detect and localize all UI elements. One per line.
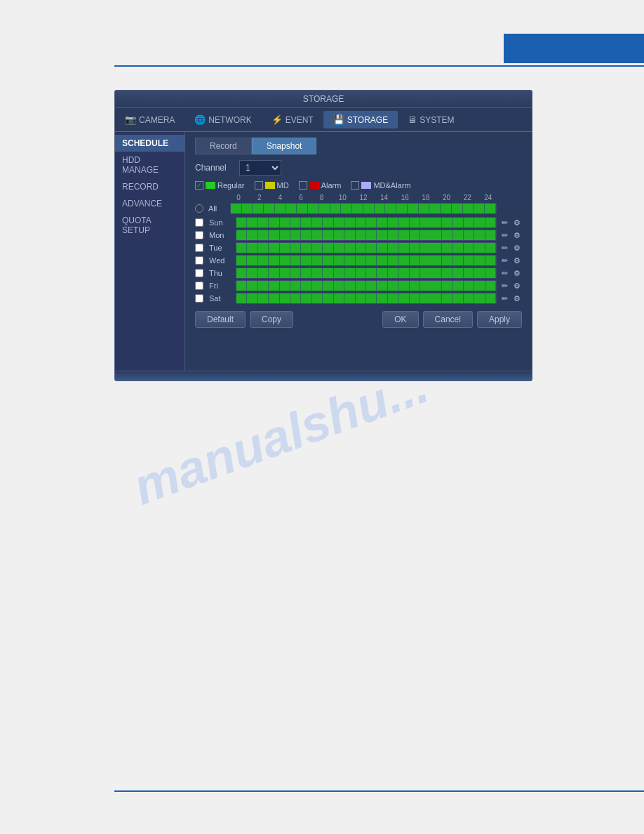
mon-row-actions: ✏ ⚙ [497,230,522,240]
legend-md-checkbox[interactable] [255,181,263,190]
nav-tabs: 📷 CAMERA 🌐 NETWORK ⚡ EVENT 💾 STORAGE 🖥 S… [115,108,532,132]
thu-label: Thu [209,269,236,277]
copy-button[interactable]: Copy [250,311,293,328]
network-icon: 🌐 [194,114,206,125]
legend-md-label: MD [277,181,289,190]
time-2: 2 [253,194,267,201]
time-ruler: 0 2 4 6 8 10 12 14 16 18 20 22 24 [195,194,522,201]
sun-checkbox[interactable] [195,218,203,227]
mon-edit-btn[interactable]: ✏ [499,230,509,240]
legend-regular-label: Regular [217,181,245,190]
top-accent-bar [504,34,644,63]
all-row-label: All [195,204,230,213]
sun-row-actions: ✏ ⚙ [497,218,522,227]
tue-settings-btn[interactable]: ⚙ [512,243,522,253]
legend-regular-color [206,182,215,189]
sun-bar-fill [236,218,496,227]
sidebar-item-advance[interactable]: ADVANCE [115,195,185,212]
sat-edit-btn[interactable]: ✏ [499,293,509,303]
fri-time-bar[interactable] [236,280,497,291]
mon-checkbox[interactable] [195,231,203,239]
schedule-row-thu: Thu ✏ ⚙ [195,267,522,279]
schedule-row-sun: Sun ✏ ⚙ [195,217,522,228]
thu-row-actions: ✏ ⚙ [497,268,522,278]
tab-storage-label: STORAGE [347,115,388,125]
main-content: Record Snapshot Channel 1 2 3 4 [185,132,532,371]
thu-edit-btn[interactable]: ✏ [499,268,509,278]
sat-row-label: Sat [195,294,236,303]
legend-alarm-checkbox[interactable] [299,181,307,190]
sidebar-item-record[interactable]: RECORD [115,178,185,195]
event-icon: ⚡ [271,114,283,125]
ok-button[interactable]: OK [382,311,418,328]
mon-time-bar[interactable] [236,230,497,241]
channel-label: Channel [195,163,234,173]
dialog-title: STORAGE [115,91,532,108]
time-labels: 0 2 4 6 8 10 12 14 16 18 20 22 24 [230,194,497,201]
sidebar-item-schedule[interactable]: SCHEDULE [115,135,185,152]
fri-checkbox[interactable] [195,282,203,290]
sidebar-item-quota-setup[interactable]: QUOTA SETUP [115,212,185,239]
top-divider [114,65,644,67]
schedule-row-fri: Fri ✏ ⚙ [195,280,522,291]
tue-time-bar[interactable] [236,242,497,253]
tab-camera-label: CAMERA [139,115,175,125]
wed-edit-btn[interactable]: ✏ [499,256,509,265]
legend-regular: Regular [195,181,245,190]
sat-settings-btn[interactable]: ⚙ [512,293,522,303]
tab-event-label: EVENT [286,115,314,125]
subtab-snapshot[interactable]: Snapshot [252,138,317,154]
tab-event[interactable]: ⚡ EVENT [262,111,323,128]
time-22: 22 [460,194,474,201]
sun-settings-btn[interactable]: ⚙ [512,218,522,227]
channel-select[interactable]: 1 2 3 4 [239,160,281,176]
mon-settings-btn[interactable]: ⚙ [512,230,522,240]
default-button[interactable]: Default [195,311,246,328]
sun-time-bar[interactable] [236,217,497,228]
cancel-button[interactable]: Cancel [423,311,473,328]
legend-alarm-label: Alarm [321,181,342,190]
all-radio[interactable] [195,204,203,213]
thu-time-bar[interactable] [236,267,497,279]
legend-md-alarm: MD&Alarm [351,181,410,190]
sat-time-bar[interactable] [236,293,497,304]
sat-checkbox[interactable] [195,294,203,303]
legend-regular-checkbox[interactable] [195,181,203,190]
fri-settings-btn[interactable]: ⚙ [512,281,522,291]
thu-row-label: Thu [195,269,236,277]
sidebar: SCHEDULE HDD MANAGE RECORD ADVANCE QUOTA… [115,132,185,371]
storage-icon: 💾 [333,114,344,125]
legend-md-color [265,182,275,189]
tab-system[interactable]: 🖥 SYSTEM [398,111,464,128]
sidebar-item-hdd-manage[interactable]: HDD MANAGE [115,152,185,178]
bottom-buttons: Default Copy OK Cancel Apply [195,311,522,331]
wed-time-bar[interactable] [236,255,497,266]
all-time-bar[interactable] [230,203,497,214]
thu-checkbox[interactable] [195,269,203,277]
tab-network[interactable]: 🌐 NETWORK [185,111,261,128]
all-label: All [208,204,217,213]
fri-edit-btn[interactable]: ✏ [499,281,509,291]
tue-checkbox[interactable] [195,244,203,252]
wed-settings-btn[interactable]: ⚙ [512,256,522,265]
sat-bar-fill [236,293,496,303]
mon-bar-fill [236,230,496,240]
tab-storage[interactable]: 💾 STORAGE [323,111,398,128]
thu-settings-btn[interactable]: ⚙ [512,268,522,278]
tab-system-label: SYSTEM [420,115,454,125]
tue-label: Tue [209,244,236,252]
all-bar-fill [231,204,496,213]
legend-md-alarm-checkbox[interactable] [351,181,359,190]
sun-edit-btn[interactable]: ✏ [499,218,509,227]
dialog-title-text: STORAGE [303,94,344,104]
storage-dialog: STORAGE 📷 CAMERA 🌐 NETWORK ⚡ EVENT 💾 STO… [114,90,532,381]
sat-row-actions: ✏ ⚙ [497,293,522,303]
tue-edit-btn[interactable]: ✏ [499,243,509,253]
tab-camera[interactable]: 📷 CAMERA [115,111,185,128]
sun-label: Sun [209,218,236,227]
time-10: 10 [335,194,349,201]
wed-checkbox[interactable] [195,256,203,265]
apply-button[interactable]: Apply [477,311,522,328]
tab-network-label: NETWORK [208,115,251,125]
subtab-record[interactable]: Record [195,138,252,154]
